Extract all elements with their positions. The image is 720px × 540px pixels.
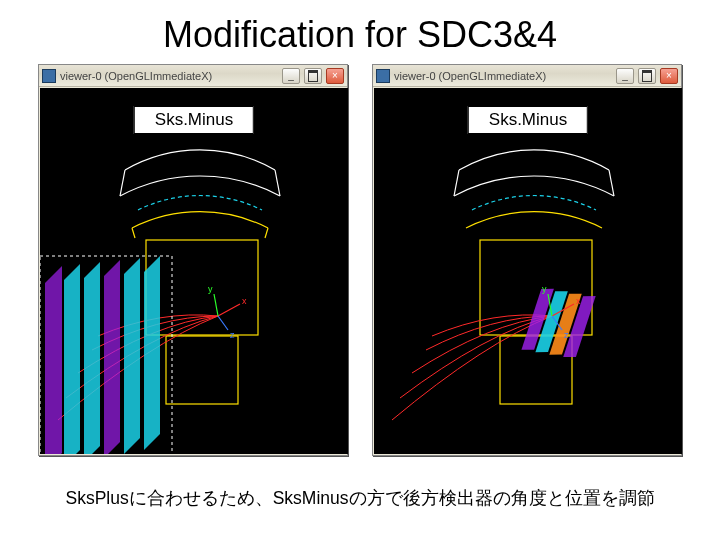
system-icon: [42, 69, 56, 83]
axis-z: z: [230, 330, 235, 340]
svg-marker-7: [144, 256, 160, 450]
windows-row: viewer-0 (OpenGLImmediateX) _ × Sks.Minu…: [0, 64, 720, 456]
axis-x: x: [576, 296, 581, 306]
axis-y: y: [208, 284, 213, 294]
svg-marker-6: [124, 258, 140, 454]
titlebar[interactable]: viewer-0 (OpenGLImmediateX) _ ×: [39, 65, 347, 87]
axis-z: z: [564, 330, 569, 340]
viewport-right: Sks.Minus: [374, 88, 682, 454]
maximize-button[interactable]: [304, 68, 322, 84]
slide-title: Modification for SDC3&4: [0, 0, 720, 56]
titlebar[interactable]: viewer-0 (OpenGLImmediateX) _ ×: [373, 65, 681, 87]
svg-marker-4: [84, 262, 100, 454]
svg-marker-5: [104, 260, 120, 454]
system-icon: [376, 69, 390, 83]
close-button[interactable]: ×: [326, 68, 344, 84]
minimize-button[interactable]: _: [616, 68, 634, 84]
axis-y: y: [542, 284, 547, 294]
viewer-window-left: viewer-0 (OpenGLImmediateX) _ × Sks.Minu…: [38, 64, 348, 456]
axis-x: x: [242, 296, 247, 306]
svg-marker-2: [45, 266, 62, 454]
svg-marker-3: [64, 264, 80, 454]
scene-right: x y z: [374, 88, 682, 454]
svg-line-11: [218, 316, 228, 330]
svg-line-9: [218, 304, 240, 316]
window-title: viewer-0 (OpenGLImmediateX): [394, 70, 546, 82]
svg-line-10: [214, 294, 218, 316]
bottom-caption: SksPlusに合わせるため、SksMinusの方で後方検出器の角度と位置を調節: [0, 486, 720, 510]
viewer-window-right: viewer-0 (OpenGLImmediateX) _ × Sks.Minu…: [372, 64, 682, 456]
viewport-label: Sks.Minus: [134, 106, 254, 134]
minimize-button[interactable]: _: [282, 68, 300, 84]
window-title: viewer-0 (OpenGLImmediateX): [60, 70, 212, 82]
maximize-button[interactable]: [638, 68, 656, 84]
viewport-left: Sks.Minus: [40, 88, 348, 454]
viewport-label: Sks.Minus: [468, 106, 588, 134]
svg-rect-1: [166, 336, 238, 404]
scene-left: x y z: [40, 88, 348, 454]
close-button[interactable]: ×: [660, 68, 678, 84]
